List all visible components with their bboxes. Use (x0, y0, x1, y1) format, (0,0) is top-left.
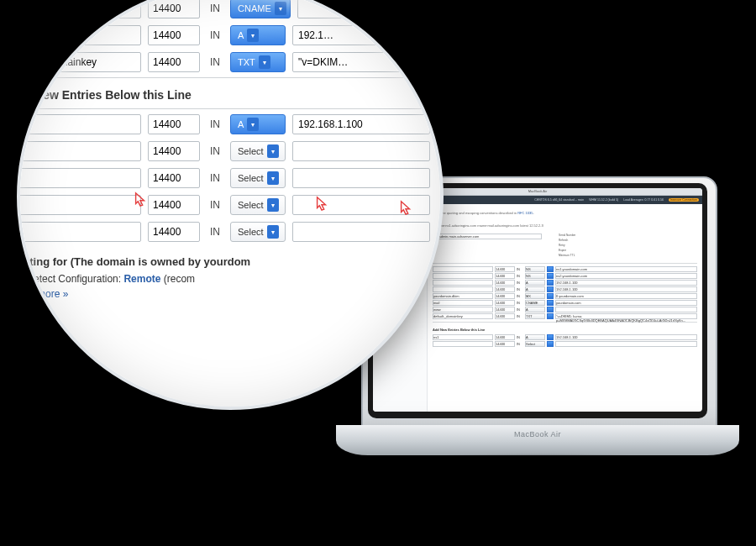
dropdown-arrow-icon[interactable] (547, 266, 554, 272)
more-link-1[interactable]: anger more » (17, 288, 68, 300)
record-ttl-input[interactable]: 14400 (495, 300, 515, 306)
record-ttl-input[interactable]: 14400 (495, 341, 515, 347)
record-value-input[interactable]: 192.168.1.100 (555, 334, 697, 340)
record-type-select[interactable]: A▾ (230, 114, 286, 134)
dropdown-arrow-icon[interactable] (547, 286, 554, 292)
record-name-input[interactable] (433, 341, 493, 347)
record-type-select[interactable]: A (525, 334, 545, 340)
record-value-input[interactable]: "v=DKIM1; k=rsa; p=MIGfMA0GCSqGSIb3DQEBA… (555, 313, 697, 319)
record-name-input[interactable]: ns1 (433, 334, 493, 340)
record-value-input[interactable]: 192.168.1.100 (555, 280, 697, 286)
record-type-select[interactable]: MX (525, 293, 545, 299)
record-type-select[interactable]: CNAME (525, 300, 545, 306)
record-value-input[interactable] (292, 25, 430, 45)
dropdown-arrow-icon[interactable] (547, 341, 554, 347)
record-value-input[interactable] (555, 341, 697, 347)
record-value-input[interactable]: yourdomain.com (555, 300, 697, 306)
record-value-input[interactable] (292, 52, 430, 72)
os-label: CENTOS 6.5 x86_64 standard – main (534, 198, 584, 202)
record-type-select[interactable]: A▾ (230, 25, 286, 45)
record-class: IN (207, 118, 223, 130)
record-value-input[interactable] (292, 114, 430, 134)
record-value-input[interactable]: 0 yourdomain.com (555, 293, 697, 299)
record-name-input[interactable]: www (433, 307, 493, 312)
record-class: IN (207, 199, 223, 211)
record-ttl-input[interactable]: 14400 (495, 307, 515, 312)
record-ttl-input[interactable] (148, 195, 200, 215)
record-name-input[interactable] (17, 114, 141, 134)
record-name-input[interactable] (17, 195, 141, 215)
dropdown-arrow-icon[interactable] (547, 313, 554, 319)
record-name-input[interactable]: yourdomain.dkim (433, 293, 493, 299)
record-value-input[interactable] (292, 141, 430, 161)
record-value-input[interactable]: 192.168.1.100 (555, 286, 697, 292)
dropdown-arrow-icon[interactable] (547, 293, 554, 299)
record-value-input[interactable] (297, 0, 435, 18)
record-class: IN (517, 307, 523, 312)
record-name-input[interactable] (433, 280, 493, 286)
record-value-input[interactable] (292, 195, 430, 215)
record-ttl-input[interactable] (148, 114, 200, 134)
record-value-input[interactable] (555, 307, 697, 312)
record-ttl-input[interactable]: 14400 (495, 273, 515, 279)
magnifier-lens: INCNAME▾INCNAME▾INA▾INTXT▾ Add New Entri… (17, 0, 444, 410)
record-name-input[interactable] (433, 266, 493, 272)
record-type-select[interactable]: TXT▾ (230, 52, 286, 72)
record-ttl-input[interactable] (148, 0, 200, 18)
record-ttl-input[interactable]: 14400 (495, 313, 515, 319)
record-type-select[interactable]: A (525, 307, 545, 312)
record-class: IN (517, 301, 523, 305)
record-ttl-input[interactable]: 14400 (495, 280, 515, 286)
dns-record-row: INA▾ (17, 22, 444, 49)
rfc-link[interactable]: RFC 1035 (517, 211, 533, 215)
record-name-input[interactable] (17, 141, 141, 161)
record-ttl-input[interactable] (148, 25, 200, 45)
record-name-input[interactable] (17, 0, 141, 18)
record-type-select[interactable]: A (525, 280, 545, 286)
record-ttl-input[interactable]: 14400 (495, 266, 515, 272)
record-name-input[interactable]: mail (433, 300, 493, 306)
record-type-select[interactable]: A (525, 286, 545, 292)
record-ttl-input[interactable] (148, 168, 200, 188)
record-name-input[interactable] (17, 168, 141, 188)
record-class: IN (517, 267, 523, 271)
record-type-select[interactable]: Select▾ (230, 141, 286, 161)
record-type-select[interactable]: Select▾ (230, 222, 286, 242)
record-value-input[interactable] (292, 222, 430, 242)
record-type-select[interactable]: Select▾ (230, 195, 286, 215)
dns-record-row: INTXT▾ (17, 49, 444, 76)
detect-config-line: ally Detect Configuration: Remote (recom (17, 271, 444, 286)
record-name-input[interactable] (433, 273, 493, 279)
record-value-input[interactable]: ns1.yourdomain.com (555, 266, 697, 272)
insecure-connection-badge[interactable]: Insecure Connection (669, 198, 699, 202)
record-name-input[interactable] (17, 222, 141, 242)
record-ttl-input[interactable]: 14400 (495, 286, 515, 292)
more-link-2[interactable]: r more » (17, 303, 46, 315)
dropdown-arrow-icon[interactable] (547, 307, 554, 312)
record-ttl-input[interactable] (148, 52, 200, 72)
record-type-select[interactable]: Select▾ (230, 168, 286, 188)
record-value-input[interactable] (292, 168, 430, 188)
record-type-select[interactable]: NS (525, 273, 545, 279)
record-ttl-input[interactable] (148, 141, 200, 161)
record-name-input[interactable]: default._domainkey (433, 313, 493, 319)
soa-ns-field[interactable]: dnsadmin.main.adsserver.com (433, 234, 542, 239)
record-ttl-input[interactable]: 14400 (495, 293, 515, 299)
record-type-select[interactable]: NS (525, 266, 545, 272)
record-type-select[interactable]: TXT (525, 313, 545, 319)
record-name-input[interactable] (17, 25, 141, 45)
record-name-input[interactable] (433, 286, 493, 292)
cursor-icon (314, 196, 329, 211)
dropdown-arrow-icon[interactable] (547, 273, 554, 279)
record-value-input[interactable]: ns2.yourdomain.com (555, 273, 697, 279)
dns-record-row: 14400INA192.168.1.100 (433, 286, 697, 292)
record-type-select[interactable]: CNAME▾ (230, 0, 291, 18)
record-name-input[interactable] (17, 52, 141, 72)
record-ttl-input[interactable]: 14400 (495, 334, 515, 340)
record-ttl-input[interactable] (148, 222, 200, 242)
dropdown-arrow-icon[interactable] (547, 300, 554, 306)
record-type-select[interactable]: Select (525, 341, 545, 347)
dns-record-row: INSelect▾ (17, 192, 444, 218)
dropdown-arrow-icon[interactable] (547, 280, 554, 286)
dropdown-arrow-icon[interactable] (547, 334, 554, 340)
